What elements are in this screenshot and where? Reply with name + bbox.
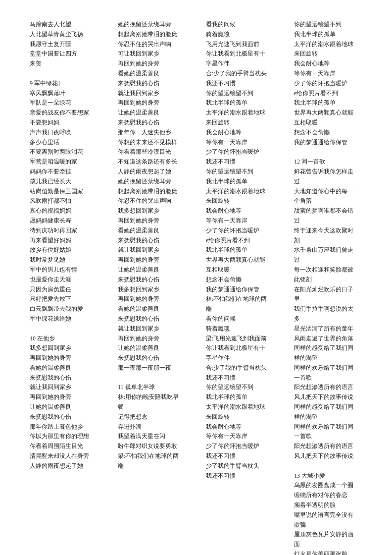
text-line: 来抚慰我的心伤 bbox=[30, 373, 108, 383]
text-line: 我北半球的孤单 bbox=[294, 98, 372, 108]
text-line: 同样的感受给了我们同 bbox=[294, 402, 372, 412]
text-line: 看她的温柔善良 bbox=[118, 226, 196, 236]
text-line: 故乡有位好姑娘 bbox=[30, 245, 108, 255]
text-line: 搁着半透明的脸 bbox=[294, 500, 372, 510]
text-line: 你想的未来还不见模样 bbox=[118, 138, 196, 148]
text-line: 只因为肩负重任 bbox=[30, 285, 108, 295]
text-line: 再回到她的身旁 bbox=[30, 392, 108, 402]
text-line bbox=[294, 461, 372, 471]
text-line: 样的渴望 bbox=[294, 353, 372, 363]
text-line: 军营是咱温暖的家 bbox=[30, 157, 108, 167]
text-line: 阳光想渗透所有的语言 bbox=[294, 442, 372, 451]
text-line: 不要想妈妈 bbox=[30, 118, 108, 128]
text-line: 声声我日夜呼唤 bbox=[30, 128, 108, 138]
text-line: 那年你一人迷失他乡 bbox=[118, 128, 196, 138]
column-1: 马蹄南去人北望人北望草青黄尘飞扬我愿守土复开疆堂堂中国要让四方来贺 9 军中绿花… bbox=[30, 20, 108, 555]
text-line: 看她的温柔善良 bbox=[30, 363, 108, 373]
text-line: 你看着那些冷漠目光 bbox=[118, 147, 196, 157]
text-line: 妈妈你不要牵挂 bbox=[30, 167, 108, 177]
text-line: 字星作伴 bbox=[206, 353, 284, 363]
text-line: 她的挽留还萦绕耳旁 bbox=[118, 177, 196, 187]
text-line: 想起离别她带泪的脸庞 bbox=[118, 30, 196, 40]
text-line: 灯火是你美丽那张脸 bbox=[294, 550, 372, 555]
text-line: 我愿守土复开疆 bbox=[30, 40, 108, 50]
column-4: 你的望远镜望不到我北半球的孤单太平洋的潮水跟着地球来回旋转我会耐心地等等你有一天… bbox=[294, 20, 372, 555]
text-line: 军中的男儿也有情 bbox=[30, 265, 108, 275]
text-line: 刻 bbox=[294, 236, 372, 246]
text-line: 每一次相逢和笑脸都被 bbox=[294, 265, 372, 275]
text-line: 11 孤单北半球 bbox=[118, 383, 196, 392]
text-line: 哀心的祝福妈妈 bbox=[30, 206, 108, 216]
text-line: 我会耐心地等 bbox=[206, 128, 284, 138]
text-line: 互相取暖 bbox=[206, 265, 284, 275]
text-line bbox=[30, 69, 108, 79]
text-line: 白云飘飘带去我的爱 bbox=[30, 304, 108, 314]
text-line: 过 bbox=[294, 177, 372, 187]
text-line: 再回到她的身旁 bbox=[118, 98, 196, 108]
text-line: 多少心里话 bbox=[30, 138, 108, 148]
text-line: 乌黑的发圈盘成一个圈 bbox=[294, 481, 372, 491]
text-line: 太平洋的潮水跟着地球 bbox=[294, 40, 372, 50]
text-line: 再回到她的身旁 bbox=[30, 353, 108, 363]
text-line: 你忍不住的哭出声响 bbox=[118, 40, 196, 50]
text-line: 让她的温柔善良 bbox=[30, 402, 108, 412]
text-line: 我还不习惯 bbox=[206, 373, 284, 383]
text-line: 缠绕所有对你的春恋 bbox=[294, 491, 372, 500]
text-line: 再来看望好妈妈 bbox=[30, 236, 108, 246]
text-line: 你看着周围陌生目光 bbox=[30, 442, 108, 451]
text-line: 她的挽留还萦绕耳旁 bbox=[118, 20, 196, 30]
text-line: 你的望远镜望不到 bbox=[206, 167, 284, 177]
text-line: 我还不习惯 bbox=[206, 79, 284, 89]
text-line: 也最爱你走天涯 bbox=[30, 275, 108, 285]
text-line: 端 bbox=[206, 304, 284, 314]
text-line: 待到庆功时再回家 bbox=[30, 226, 108, 236]
text-line: 看她的温柔善良 bbox=[118, 304, 196, 314]
text-line: 人北望草青黄尘飞扬 bbox=[30, 30, 108, 40]
text-line: 少了你的怀抱当暖炉 bbox=[294, 79, 372, 89]
text-line: 我北半球的孤单 bbox=[206, 392, 284, 402]
text-line: 存进扑满 bbox=[118, 422, 196, 432]
text-line: 梁:不怕我们在地球的两 bbox=[118, 451, 196, 461]
text-line: 我北半球的孤单 bbox=[206, 98, 284, 108]
text-line: 想起离别她带泪的脸庞 bbox=[118, 187, 196, 197]
text-line: 等你有一天靠岸 bbox=[206, 432, 284, 442]
text-line: 来抚慰我的心伤 bbox=[118, 353, 196, 363]
text-line: 我多想回到家乡 bbox=[118, 285, 196, 295]
text-line: 军队是一朵绿花 bbox=[30, 98, 108, 108]
text-line: 太平洋的潮水跟着地球 bbox=[206, 187, 284, 197]
text-line: 林:用你的晚安陪我吃早 bbox=[118, 392, 196, 402]
text-line: 来抚慰我的心伤 bbox=[118, 314, 196, 324]
text-line: 来回旋转 bbox=[206, 118, 284, 128]
text-line: 可让我回到家乡 bbox=[118, 49, 196, 59]
text-line: 我会耐心地等 bbox=[294, 59, 372, 69]
text-line: 来贺 bbox=[30, 59, 108, 69]
text-line: 马蹄南去人北望 bbox=[30, 20, 108, 30]
text-line: 清晨醒来却没人在身旁 bbox=[30, 451, 108, 461]
text-line: 你的望远镜望不到 bbox=[206, 89, 284, 99]
text-line: 你的望远镜望不到 bbox=[206, 383, 284, 392]
text-line: 餐 bbox=[118, 402, 196, 412]
text-line: 大地知道你心中的每一 bbox=[294, 187, 372, 197]
text-line: 就让我回到家乡 bbox=[118, 324, 196, 334]
text-line: 风儿把天下的故事传说 bbox=[294, 392, 372, 402]
text-line: 我还不习惯 bbox=[206, 157, 284, 167]
column-3: 看我的问候骑着魔毯飞用光速飞到我面前你让我看到北极星有十字星作伴合:少了我的手臂… bbox=[206, 20, 284, 555]
text-line: 互相取暖 bbox=[294, 118, 372, 128]
text-line: 愿妈妈健康长寿 bbox=[30, 216, 108, 226]
text-line: 想念不会偷懒 bbox=[294, 128, 372, 138]
text-line: 我北半球的孤单 bbox=[206, 177, 284, 187]
text-line: 太平洋的潮水跟着地球 bbox=[206, 402, 284, 412]
text-line: 一首歌 bbox=[294, 432, 372, 442]
text-line: 梁:飞用光速飞到我面前 bbox=[206, 334, 284, 344]
text-line: 同样的感受给了我们同 bbox=[294, 343, 372, 353]
text-line: 那一夜那一夜那一夜 bbox=[118, 363, 196, 373]
text-line: 来抚慰我的心伤 bbox=[30, 412, 108, 422]
text-line: 过 bbox=[294, 216, 372, 226]
text-line: 军中绿花送给她 bbox=[30, 314, 108, 324]
text-line: 风吹雨打都不怕 bbox=[30, 196, 108, 206]
text-line: 再回到她的身旁 bbox=[118, 294, 196, 304]
text-line: 少了你的怀抱当暖炉 bbox=[206, 147, 284, 157]
text-line: 风儿把天下的故事传说 bbox=[294, 451, 372, 461]
text-line: 屋顶灰色瓦片安静的画 bbox=[294, 530, 372, 540]
text-line: 那年你踏上暮色他乡 bbox=[30, 422, 108, 432]
